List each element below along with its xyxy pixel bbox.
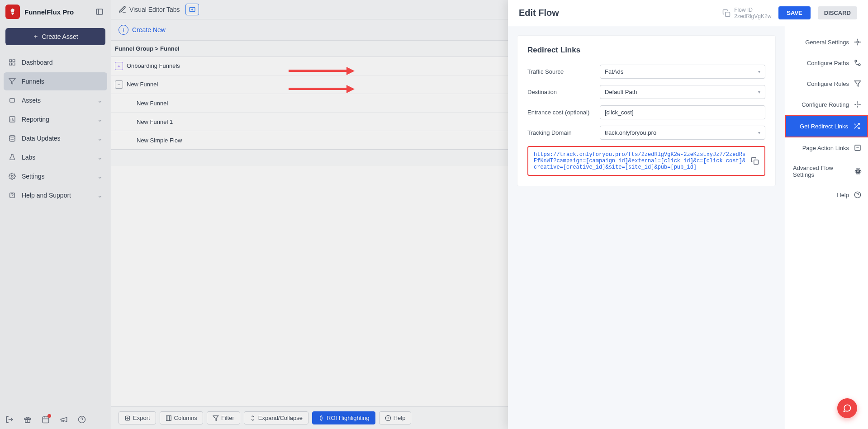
collapse-icon[interactable]: − xyxy=(115,80,123,89)
roi-highlight-button[interactable]: ROI Highlighting xyxy=(312,411,375,424)
svg-rect-71 xyxy=(726,12,730,16)
roi-label: ROI Highlighting xyxy=(327,415,370,421)
tracking-domain-label: Tracking Domain xyxy=(527,129,593,136)
side-label: Advanced Flow Settings xyxy=(793,165,850,178)
entrance-cost-value: [click_cost] xyxy=(605,109,634,116)
sidebar-collapse-icon[interactable] xyxy=(94,6,105,18)
create-new-button[interactable]: + Create New xyxy=(119,25,166,35)
add-tab-button[interactable] xyxy=(185,4,199,15)
chat-fab[interactable] xyxy=(837,398,857,418)
filter-button[interactable]: Filter xyxy=(207,411,240,424)
copy-icon[interactable] xyxy=(751,157,759,165)
side-configure-rules[interactable]: Configure Rules xyxy=(785,73,868,94)
side-page-action-links[interactable]: Page Action Links xyxy=(785,137,868,158)
sidebar-footer xyxy=(0,410,111,429)
svg-marker-65 xyxy=(213,415,218,420)
card-title: Redirect Links xyxy=(527,46,765,55)
side-get-redirect-links[interactable]: Get Redirect Links xyxy=(785,115,868,137)
routing-icon xyxy=(854,100,862,108)
grid-icon xyxy=(8,58,16,66)
row-name: Onboarding Funnels xyxy=(127,62,180,69)
svg-line-80 xyxy=(854,124,856,125)
side-advanced-flow[interactable]: Advanced Flow Settings xyxy=(785,158,868,184)
svg-rect-7 xyxy=(10,99,15,102)
svg-rect-2 xyxy=(9,60,12,62)
nav-assets[interactable]: Assets ⌄ xyxy=(4,91,107,109)
panel-side-nav: General Settings Configure Paths Configu… xyxy=(785,26,868,429)
expand-label: Expand/Collapse xyxy=(258,415,303,421)
nav-data-updates[interactable]: Data Updates ⌄ xyxy=(4,129,107,147)
row-name: New Simple Flow xyxy=(137,137,182,144)
export-label: Export xyxy=(133,415,150,421)
side-configure-routing[interactable]: Configure Routing xyxy=(785,94,868,115)
destination-select[interactable]: Default Path▾ xyxy=(600,85,765,99)
nav-label: Dashboard xyxy=(22,59,53,66)
tracking-domain-value: track.onlyforyou.pro xyxy=(605,129,656,136)
brand-name: FunnelFlux Pro xyxy=(24,8,74,16)
columns-button[interactable]: Columns xyxy=(160,411,203,424)
chevron-down-icon: ⌄ xyxy=(97,173,103,180)
redirect-url[interactable]: https://track.onlyforyou.pro/fts/2zedRlg… xyxy=(534,151,746,170)
svg-rect-72 xyxy=(754,160,759,165)
app-logo xyxy=(5,5,20,19)
chevron-down-icon: ⌄ xyxy=(97,97,103,104)
chevron-down-icon: ⌄ xyxy=(97,135,103,142)
megaphone-icon[interactable] xyxy=(60,415,68,424)
svg-rect-3 xyxy=(13,60,15,62)
svg-point-73 xyxy=(857,41,859,43)
nav-dashboard[interactable]: Dashboard xyxy=(4,53,107,71)
visual-editor-tabs[interactable]: Visual Editor Tabs xyxy=(119,5,180,14)
nav-funnels[interactable]: Funnels xyxy=(4,72,107,90)
redirect-url-box: https://track.onlyforyou.pro/fts/2zedRlg… xyxy=(527,146,765,176)
export-button[interactable]: Export xyxy=(119,411,156,424)
logout-icon[interactable] xyxy=(5,415,14,424)
notification-dot xyxy=(47,414,51,418)
save-button[interactable]: SAVE xyxy=(778,6,810,19)
expand-icon[interactable]: + xyxy=(115,62,123,70)
calendar-icon[interactable] xyxy=(42,415,50,424)
side-configure-paths[interactable]: Configure Paths xyxy=(785,52,868,73)
nav-reporting[interactable]: Reporting ⌄ xyxy=(4,110,107,128)
traffic-source-value: FatAds xyxy=(605,68,623,75)
chevron-down-icon: ⌄ xyxy=(97,116,103,123)
side-label: General Settings xyxy=(805,39,849,46)
create-new-label: Create New xyxy=(132,26,166,33)
chevron-down-icon: ⌄ xyxy=(97,192,103,199)
nav-list: Dashboard Funnels Assets ⌄ Reporting ⌄ D… xyxy=(0,53,111,205)
question-icon[interactable] xyxy=(78,415,86,424)
tracking-domain-select[interactable]: track.onlyforyou.pro▾ xyxy=(600,126,765,140)
filter-label: Filter xyxy=(221,415,234,421)
gear-icon xyxy=(854,38,862,46)
create-asset-button[interactable]: ＋ Create Asset xyxy=(5,28,105,45)
help-button[interactable]: Help xyxy=(379,411,412,424)
gift-icon[interactable] xyxy=(24,415,32,424)
svg-rect-5 xyxy=(13,63,15,65)
side-label: Page Action Links xyxy=(802,145,849,151)
nav-labs[interactable]: Labs ⌄ xyxy=(4,148,107,166)
entrance-cost-input[interactable]: [click_cost] xyxy=(600,105,765,119)
funnel-icon xyxy=(8,77,16,85)
expand-collapse-button[interactable]: Expand/Collapse xyxy=(244,411,308,424)
edit-flow-panel: Edit Flow Flow ID 2zedRlgVgK2w SAVE DISC… xyxy=(508,0,868,429)
side-general-settings[interactable]: General Settings xyxy=(785,32,868,52)
side-help[interactable]: Help xyxy=(785,184,868,205)
left-sidebar: FunnelFlux Pro ＋ Create Asset Dashboard … xyxy=(0,0,111,429)
nav-help[interactable]: Help and Support ⌄ xyxy=(4,186,107,204)
traffic-source-select[interactable]: FatAds▾ xyxy=(600,65,765,79)
svg-rect-0 xyxy=(96,9,103,14)
discard-button[interactable]: DISCARD xyxy=(818,6,857,19)
svg-point-12 xyxy=(9,135,15,137)
redirect-links-card: Redirect Links Traffic Source FatAds▾ De… xyxy=(517,35,776,186)
svg-point-14 xyxy=(11,175,13,177)
svg-rect-21 xyxy=(43,417,49,423)
flow-id-display: Flow ID 2zedRlgVgK2w xyxy=(722,7,771,19)
help-icon xyxy=(8,191,16,199)
side-label: Configure Routing xyxy=(802,101,849,108)
nav-settings[interactable]: Settings ⌄ xyxy=(4,167,107,185)
chevron-down-icon: ▾ xyxy=(758,130,760,135)
nav-label: Help and Support xyxy=(22,192,71,199)
row-name: New Funnel xyxy=(137,100,168,107)
side-label: Configure Rules xyxy=(807,80,849,87)
svg-point-82 xyxy=(858,171,858,171)
database-icon xyxy=(8,134,16,142)
